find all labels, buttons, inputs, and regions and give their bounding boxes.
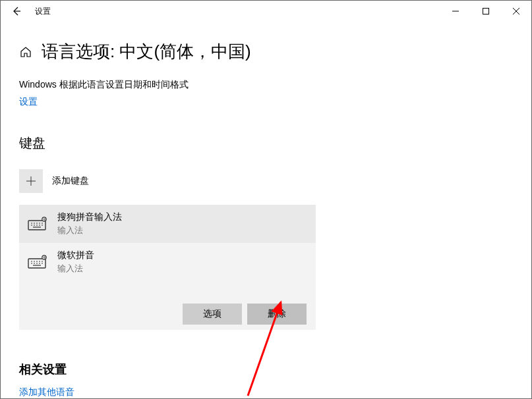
titlebar: 设置 [1,1,531,22]
add-other-voice-link[interactable]: 添加其他语音 [19,386,74,398]
maximize-button[interactable] [471,1,501,22]
maximize-icon [483,8,489,14]
minimize-icon [452,8,459,14]
keyboard-item-sogou[interactable]: 拼 搜狗拼音输入法 输入法 [19,205,316,243]
page-header: 语言选项: 中文(简体，中国) [19,40,513,63]
close-icon [513,8,519,14]
content-area: 语言选项: 中文(简体，中国) Windows 根据此语言设置日期和时间格式 设… [1,40,531,398]
plus-icon [19,169,43,193]
keyboard-item-actions: 选项 删除 [24,284,310,330]
keyboard-icon: 拼 [27,253,48,271]
keyboard-section-title: 键盘 [19,134,513,152]
arrow-left-icon [11,6,22,16]
keyboard-icon: 拼 [27,215,48,233]
keyboard-item-subtitle: 输入法 [57,263,94,275]
related-settings: 相关设置 添加其他语音 [19,361,513,398]
add-keyboard-button[interactable]: 添加键盘 [19,169,513,193]
page-title: 语言选项: 中文(简体，中国) [42,40,251,63]
description-text: Windows 根据此语言设置日期和时间格式 [19,79,513,91]
settings-link[interactable]: 设置 [19,96,38,108]
minimize-button[interactable] [440,1,471,22]
keyboard-item-text: 搜狗拼音输入法 输入法 [57,211,122,236]
options-button[interactable]: 选项 [183,304,242,325]
keyboard-item-name: 微软拼音 [57,250,94,261]
back-button[interactable] [6,1,27,22]
keyboard-item-subtitle: 输入法 [57,225,122,236]
window-title: 设置 [35,6,51,17]
window-controls [440,1,531,22]
remove-button[interactable]: 删除 [247,304,307,325]
close-button[interactable] [501,1,531,22]
related-title: 相关设置 [19,361,513,377]
add-keyboard-label: 添加键盘 [52,175,89,187]
keyboard-item-microsoft[interactable]: 拼 微软拼音 输入法 选项 删除 [19,243,316,330]
home-icon [20,46,32,58]
keyboard-item-name: 搜狗拼音输入法 [57,211,122,223]
keyboard-item-text: 微软拼音 输入法 [57,250,94,275]
svg-text:拼: 拼 [43,217,46,221]
home-button[interactable] [19,45,32,59]
keyboard-list: 拼 搜狗拼音输入法 输入法 拼 [19,205,316,330]
svg-text:拼: 拼 [43,255,46,259]
svg-rect-2 [483,9,489,14]
